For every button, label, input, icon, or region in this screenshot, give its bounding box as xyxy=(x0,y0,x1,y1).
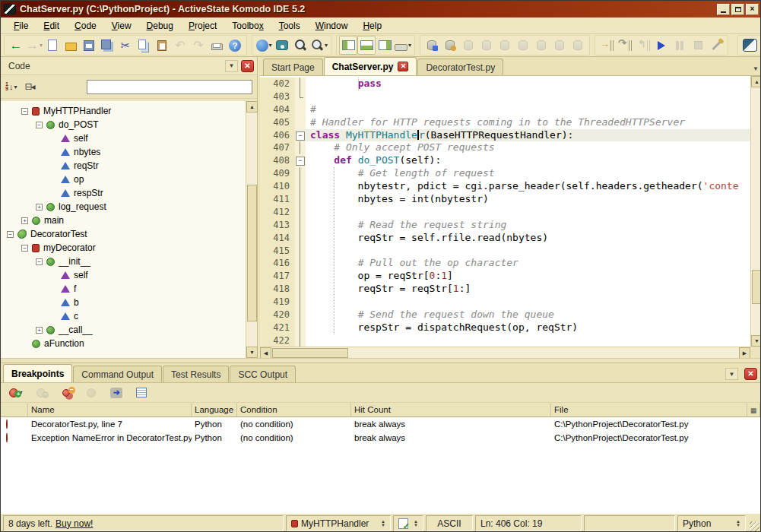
dropdown-arrow-icon[interactable]: ▾ xyxy=(269,42,272,49)
expand-box-icon[interactable]: + xyxy=(21,217,28,224)
copy-button[interactable] xyxy=(135,36,153,55)
menu-code[interactable]: Code xyxy=(68,19,103,33)
close-button[interactable]: × xyxy=(746,4,759,15)
scc-submit-button[interactable] xyxy=(569,36,587,55)
code-line-402[interactable]: 402 pass xyxy=(260,78,750,90)
close-panel-icon[interactable]: ✕ xyxy=(744,368,757,380)
step-out-button[interactable] xyxy=(634,36,652,55)
breakpoint-row[interactable]: Exception NameError in DecoratorTest.pyP… xyxy=(1,431,761,445)
syntax-spinner-icon[interactable]: ▲▼ xyxy=(414,520,418,527)
save-all-button[interactable] xyxy=(98,36,116,55)
code-line-408[interactable]: 408 def do_POST(self): xyxy=(260,154,750,167)
panel-menu-dropdown-icon[interactable]: ▼ xyxy=(725,368,738,380)
menu-edit[interactable]: Edit xyxy=(36,19,66,33)
tab-start-page[interactable]: Start Page xyxy=(263,59,323,75)
scc-remove-button[interactable] xyxy=(514,36,532,55)
tab-test-results[interactable]: Test Results xyxy=(163,366,229,382)
collapse-box-icon[interactable]: − xyxy=(36,258,43,265)
toolbox-wand-button[interactable] xyxy=(707,36,725,55)
tree-item-self[interactable]: self xyxy=(1,268,246,282)
language-spinner-icon[interactable]: ▲▼ xyxy=(736,520,740,527)
code-line-406[interactable]: 406class MyHTTPHandler(BaseHTTPRequestHa… xyxy=(260,129,750,142)
scc-update-button[interactable] xyxy=(423,36,441,55)
tab-decoratortest-py[interactable]: DecoratorTest.py xyxy=(417,59,503,75)
code-line-403[interactable]: 403 xyxy=(260,90,750,103)
close-tab-icon[interactable]: ✕ xyxy=(398,62,408,71)
scroll-up-icon[interactable]: ▲ xyxy=(246,101,258,112)
preview-button[interactable] xyxy=(273,36,291,55)
cut-button[interactable] xyxy=(116,36,135,55)
help-button[interactable] xyxy=(226,36,244,55)
print-button[interactable] xyxy=(208,36,226,55)
tree-item-dopost[interactable]: −do_POST xyxy=(1,118,246,131)
code-line-407[interactable]: 407 # Only accept POST requests xyxy=(260,141,750,154)
paste-button[interactable] xyxy=(153,36,171,55)
menu-tools[interactable]: Tools xyxy=(272,19,307,33)
close-panel-icon[interactable]: ✕ xyxy=(241,60,254,72)
tree-item-myhttphandler[interactable]: −MyHTTPHandler xyxy=(1,104,246,118)
bp-props-button[interactable] xyxy=(132,383,151,402)
dropdown-arrow-icon[interactable]: ▾ xyxy=(325,42,328,49)
step-over-button[interactable] xyxy=(616,36,634,55)
step-into-button[interactable] xyxy=(598,36,616,55)
column-header-hit-count[interactable]: Hit Count xyxy=(351,404,551,416)
komodo-services-button[interactable] xyxy=(740,36,759,55)
redo-button[interactable] xyxy=(189,36,208,55)
editor-horizontal-scrollbar[interactable]: ◀ ▶ xyxy=(260,347,750,358)
bp-add-button[interactable]: ▾ xyxy=(7,383,25,402)
tab-chatserver-py[interactable]: ChatServer.py✕ xyxy=(324,57,417,75)
back-button[interactable] xyxy=(7,36,25,55)
fold-collapse-icon[interactable] xyxy=(295,129,306,142)
tree-item-nbytes[interactable]: nbytes xyxy=(1,145,246,159)
tree-item-logrequest[interactable]: +log_request xyxy=(1,200,246,214)
breakpoint-row[interactable]: DecoratorTest.py, line 7Python(no condit… xyxy=(1,417,761,431)
tab-scc-output[interactable]: SCC Output xyxy=(230,366,296,382)
column-header-name[interactable]: Name xyxy=(28,404,192,416)
bp-toggle-button[interactable] xyxy=(82,383,100,402)
new-file-button[interactable] xyxy=(43,36,62,55)
menu-project[interactable]: Project xyxy=(182,19,224,33)
menu-toolbox[interactable]: Toolbox xyxy=(225,19,270,33)
resize-grip[interactable] xyxy=(750,521,759,531)
scroll-left-icon[interactable]: ◀ xyxy=(260,347,271,359)
collapse-box-icon[interactable]: − xyxy=(21,245,28,252)
column-picker-icon[interactable]: ▦ xyxy=(747,404,760,416)
expand-box-icon[interactable]: + xyxy=(36,327,43,334)
code-line-404[interactable]: 404# xyxy=(260,103,750,116)
scc-checkout-button[interactable] xyxy=(459,36,477,55)
sort-order-icon[interactable]: 19↓▾ xyxy=(5,82,17,91)
horizontal-splitter[interactable] xyxy=(1,358,761,363)
collapse-box-icon[interactable]: − xyxy=(21,108,28,115)
tree-item-main[interactable]: +main xyxy=(1,214,246,227)
macro-record-button[interactable]: ▾ xyxy=(394,36,412,55)
tab-breakpoints[interactable]: Breakpoints xyxy=(3,364,72,382)
bp-delete-button[interactable] xyxy=(32,383,50,402)
tree-item-init[interactable]: −__init__ xyxy=(1,255,246,268)
debug-go-button[interactable] xyxy=(652,36,671,55)
minimize-button[interactable] xyxy=(717,4,730,15)
web-browser-button[interactable]: ▾ xyxy=(255,36,273,55)
find-button[interactable] xyxy=(291,36,309,55)
tree-item-afunction[interactable]: aFunction xyxy=(1,337,246,350)
bp-goto-button[interactable]: ➜ xyxy=(107,383,125,402)
scc-revert-button[interactable] xyxy=(496,36,514,55)
title-bar[interactable]: ChatServer.py (C:\PythonProject) - Activ… xyxy=(1,1,761,17)
code-line-405[interactable]: 405# Handler for HTTP requests coming in… xyxy=(260,116,750,129)
tree-item-decoratortest[interactable]: −DecoratorTest xyxy=(1,227,246,241)
toggle-bottom-pane-button[interactable] xyxy=(357,36,376,55)
open-file-button[interactable] xyxy=(62,36,80,55)
tree-item-mydecorator[interactable]: −myDecorator xyxy=(1,241,246,255)
tree-item-self[interactable]: self xyxy=(1,131,246,145)
debug-pause-button[interactable] xyxy=(671,36,689,55)
scroll-down-icon[interactable]: ▼ xyxy=(751,335,761,347)
tree-item-call[interactable]: +__call__ xyxy=(1,323,246,337)
breakpoint-icon[interactable] xyxy=(6,433,8,442)
breakpoint-icon[interactable] xyxy=(6,420,8,429)
dropdown-arrow-icon[interactable]: ▾ xyxy=(40,42,43,49)
toggle-right-pane-button[interactable] xyxy=(376,36,394,55)
tree-item-reqstr[interactable]: reqStr xyxy=(1,159,246,173)
menu-view[interactable]: View xyxy=(105,19,138,33)
menu-help[interactable]: Help xyxy=(356,19,388,33)
collapse-box-icon[interactable]: − xyxy=(7,231,14,238)
tree-item-c[interactable]: c xyxy=(1,309,246,323)
